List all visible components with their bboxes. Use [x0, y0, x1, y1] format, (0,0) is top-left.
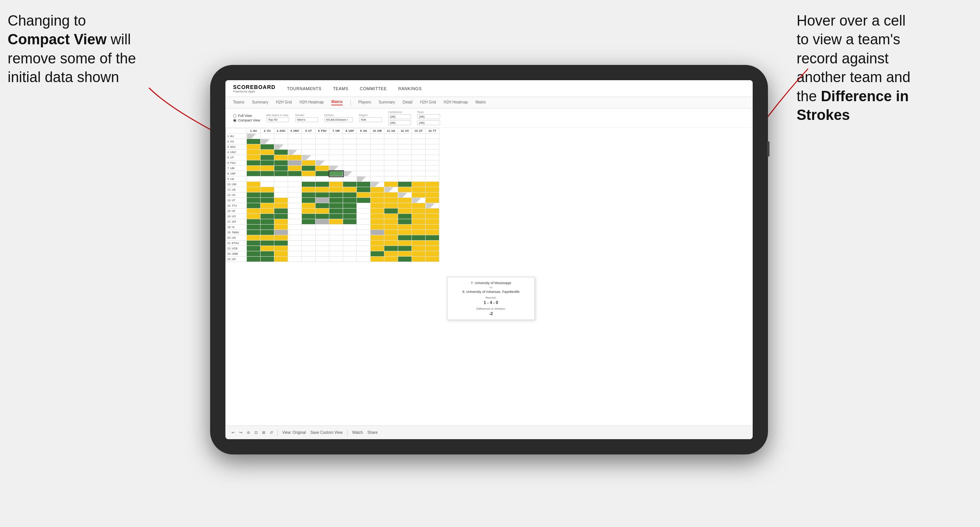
matrix-cell[interactable]: [316, 257, 329, 262]
matrix-cell[interactable]: [343, 139, 357, 144]
matrix-cell[interactable]: [343, 155, 357, 160]
matrix-cell[interactable]: [343, 150, 357, 155]
matrix-cell[interactable]: [316, 241, 329, 246]
matrix-cell[interactable]: [384, 241, 398, 246]
matrix-cell[interactable]: [261, 187, 274, 192]
matrix-cell[interactable]: [426, 150, 439, 155]
matrix-cell[interactable]: [329, 251, 343, 257]
matrix-cell[interactable]: [412, 225, 426, 230]
matrix-cell[interactable]: [384, 144, 398, 150]
matrix-cell[interactable]: [398, 225, 412, 230]
matrix-cell[interactable]: [302, 251, 316, 257]
matrix-cell[interactable]: [357, 134, 371, 139]
matrix-cell[interactable]: [357, 192, 371, 198]
matrix-cell[interactable]: [288, 192, 302, 198]
matrix-cell[interactable]: [412, 241, 426, 246]
matrix-cell[interactable]: [316, 171, 329, 176]
matrix-cell[interactable]: [302, 225, 316, 230]
matrix-cell[interactable]: [343, 230, 357, 235]
matrix-cell[interactable]: [302, 257, 316, 262]
matrix-cell[interactable]: [357, 176, 371, 182]
matrix-cell[interactable]: [316, 150, 329, 155]
matrix-cell[interactable]: [329, 150, 343, 155]
matrix-cell[interactable]: [288, 176, 302, 182]
matrix-cell[interactable]: [412, 139, 426, 144]
matrix-cell[interactable]: [316, 139, 329, 144]
matrix-cell[interactable]: [384, 150, 398, 155]
matrix-cell[interactable]: [329, 182, 343, 187]
matrix-cell[interactable]: [384, 214, 398, 219]
matrix-cell[interactable]: [302, 203, 316, 209]
sub-nav-summary2[interactable]: Summary: [379, 100, 395, 105]
matrix-cell[interactable]: [343, 166, 357, 171]
matrix-cell[interactable]: [274, 198, 288, 203]
matrix-cell[interactable]: [343, 219, 357, 225]
matrix-cell[interactable]: [357, 144, 371, 150]
matrix-cell[interactable]: [426, 225, 439, 230]
matrix-cell[interactable]: [357, 219, 371, 225]
matrix-cell[interactable]: [288, 182, 302, 187]
matrix-cell[interactable]: [412, 187, 426, 192]
matrix-cell[interactable]: [384, 257, 398, 262]
matrix-cell[interactable]: [357, 166, 371, 171]
matrix-cell[interactable]: [261, 209, 274, 214]
matrix-cell[interactable]: [247, 171, 261, 176]
matrix-cell[interactable]: [274, 241, 288, 246]
matrix-cell[interactable]: [357, 246, 371, 251]
matrix-cell[interactable]: [247, 160, 261, 166]
matrix-cell[interactable]: [371, 160, 384, 166]
matrix-cell[interactable]: [261, 144, 274, 150]
matrix-cell[interactable]: [412, 219, 426, 225]
matrix-cell[interactable]: [247, 257, 261, 262]
sub-nav-detail[interactable]: Detail: [403, 100, 413, 105]
matrix-cell[interactable]: [261, 176, 274, 182]
matrix-cell[interactable]: [261, 171, 274, 176]
sub-nav-h2h-grid2[interactable]: H2H Grid: [420, 100, 436, 105]
matrix-cell[interactable]: [274, 251, 288, 257]
matrix-cell[interactable]: [288, 241, 302, 246]
matrix-cell[interactable]: [329, 246, 343, 251]
matrix-cell[interactable]: [261, 203, 274, 209]
matrix-cell[interactable]: [329, 187, 343, 192]
matrix-cell[interactable]: [371, 225, 384, 230]
matrix-cell[interactable]: [384, 160, 398, 166]
compact-view-radio[interactable]: [233, 119, 236, 122]
matrix-cell[interactable]: [247, 187, 261, 192]
matrix-cell[interactable]: [398, 235, 412, 241]
matrix-cell[interactable]: [412, 251, 426, 257]
matrix-cell[interactable]: [398, 246, 412, 251]
matrix-cell[interactable]: [384, 225, 398, 230]
matrix-cell[interactable]: [357, 150, 371, 155]
matrix-cell[interactable]: [302, 176, 316, 182]
matrix-cell[interactable]: [426, 235, 439, 241]
matrix-cell[interactable]: [247, 144, 261, 150]
matrix-cell[interactable]: [357, 230, 371, 235]
matrix-cell[interactable]: [288, 203, 302, 209]
undo-button[interactable]: ↩: [232, 430, 235, 435]
matrix-cell[interactable]: [302, 241, 316, 246]
matrix-cell[interactable]: [247, 150, 261, 155]
matrix-cell[interactable]: [316, 192, 329, 198]
redo-button[interactable]: ↪: [239, 430, 242, 435]
matrix-cell[interactable]: [274, 187, 288, 192]
matrix-cell[interactable]: [329, 257, 343, 262]
matrix-cell[interactable]: [371, 257, 384, 262]
matrix-cell[interactable]: [302, 187, 316, 192]
matrix-cell[interactable]: [371, 150, 384, 155]
matrix-cell[interactable]: [302, 171, 316, 176]
matrix-cell[interactable]: [384, 176, 398, 182]
matrix-cell[interactable]: [426, 241, 439, 246]
matrix-cell[interactable]: [371, 209, 384, 214]
matrix-cell[interactable]: [357, 235, 371, 241]
matrix-cell[interactable]: [384, 134, 398, 139]
sub-nav-h2h-heatmap1[interactable]: H2H Heatmap: [300, 100, 324, 105]
full-view-option[interactable]: Full View: [233, 114, 260, 118]
matrix-cell[interactable]: [384, 187, 398, 192]
matrix-cell[interactable]: [261, 214, 274, 219]
matrix-cell[interactable]: [316, 235, 329, 241]
matrix-cell[interactable]: [343, 241, 357, 246]
matrix-cell[interactable]: [398, 166, 412, 171]
matrix-cell[interactable]: [316, 160, 329, 166]
matrix-cell[interactable]: [412, 150, 426, 155]
matrix-cell[interactable]: [261, 192, 274, 198]
